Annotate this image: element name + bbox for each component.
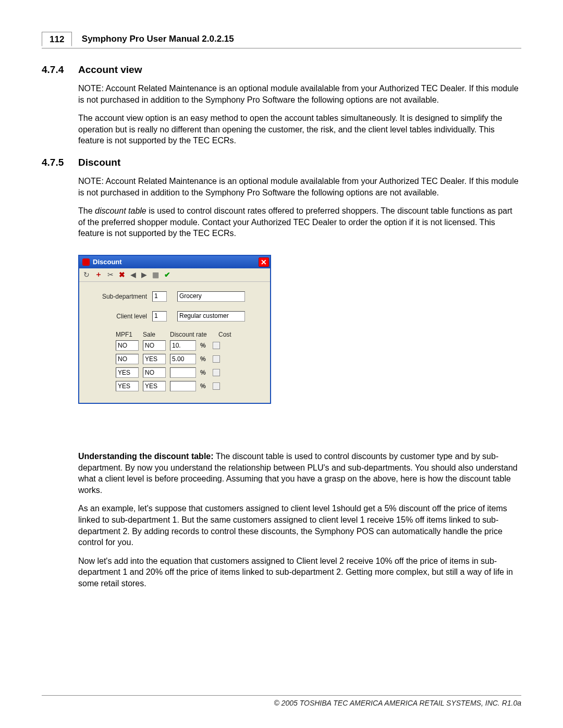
page-header: 112 Symphony Pro User Manual 2.0.2.15 bbox=[42, 31, 521, 48]
percent-icon: % bbox=[200, 355, 209, 363]
manual-title: Symphony Pro User Manual 2.0.2.15 bbox=[82, 34, 234, 44]
prev-icon[interactable]: ◀ bbox=[130, 270, 136, 279]
close-icon[interactable]: ✕ bbox=[259, 257, 269, 267]
cost-checkbox[interactable] bbox=[213, 355, 220, 363]
cut-icon[interactable]: ✂ bbox=[107, 270, 114, 279]
section-number: 4.7.5 bbox=[42, 157, 78, 168]
mpf1-cell[interactable]: NO bbox=[116, 340, 139, 351]
clientlevel-code-input[interactable]: 1 bbox=[152, 311, 167, 322]
page-footer: © 2005 TOSHIBA TEC AMERICA AMERICA RETAI… bbox=[42, 695, 521, 707]
table-row: NO YES 5.00 % bbox=[116, 354, 265, 364]
delete-icon[interactable]: ✖ bbox=[119, 270, 125, 279]
col-sale: Sale bbox=[143, 331, 166, 338]
clientlevel-label: Client level bbox=[84, 313, 152, 320]
rate-cell[interactable] bbox=[170, 367, 196, 378]
section-title: Discount bbox=[78, 157, 120, 168]
mpf1-cell[interactable]: YES bbox=[116, 381, 139, 391]
example-para-1: As an example, let's suppose that custom… bbox=[78, 503, 521, 548]
percent-icon: % bbox=[200, 369, 209, 376]
cost-checkbox[interactable] bbox=[213, 382, 220, 390]
table-row: YES YES % bbox=[116, 381, 265, 391]
example-para-2: Now let's add into the equation that cus… bbox=[78, 556, 521, 589]
col-cost: Cost bbox=[218, 331, 239, 338]
document-page: 112 Symphony Pro User Manual 2.0.2.15 4.… bbox=[0, 0, 563, 728]
dialog-titlebar: Discount ✕ bbox=[79, 256, 270, 268]
subdept-code-input[interactable]: 1 bbox=[152, 291, 167, 302]
section-title: Account view bbox=[78, 64, 142, 76]
refresh-icon[interactable]: ↻ bbox=[83, 270, 90, 279]
section-475-para: The discount table is used to control di… bbox=[78, 205, 521, 239]
clientlevel-name-input[interactable]: Regular customer bbox=[177, 311, 245, 322]
col-mpf1: MPF1 bbox=[116, 331, 139, 338]
discount-dialog: Discount ✕ ↻ ＋ ✂ ✖ ◀ ▶ ▦ ✔ Sub-departmen… bbox=[78, 255, 271, 404]
section-474-note: NOTE: Account Related Maintenance is an … bbox=[78, 83, 521, 105]
section-475-heading: 4.7.5 Discount bbox=[42, 157, 521, 168]
dialog-toolbar: ↻ ＋ ✂ ✖ ◀ ▶ ▦ ✔ bbox=[79, 268, 270, 282]
grid-icon[interactable]: ▦ bbox=[152, 270, 159, 279]
discount-dialog-screenshot: Discount ✕ ↻ ＋ ✂ ✖ ◀ ▶ ▦ ✔ Sub-departmen… bbox=[78, 255, 521, 404]
subdept-row: Sub-department 1 Grocery bbox=[84, 291, 265, 302]
rate-cell[interactable] bbox=[170, 381, 196, 391]
section-number: 4.7.4 bbox=[42, 64, 78, 76]
mpf1-cell[interactable]: YES bbox=[116, 367, 139, 378]
text-run: The bbox=[78, 206, 95, 215]
percent-icon: % bbox=[200, 382, 209, 390]
grid-header: MPF1 Sale Discount rate Cost bbox=[116, 331, 265, 338]
section-474-heading: 4.7.4 Account view bbox=[42, 64, 521, 76]
percent-icon: % bbox=[200, 342, 209, 349]
dialog-body: Sub-department 1 Grocery Client level 1 … bbox=[79, 282, 270, 403]
col-discount-rate: Discount rate bbox=[170, 331, 214, 338]
subdept-label: Sub-department bbox=[84, 293, 152, 300]
plus-icon[interactable]: ＋ bbox=[95, 270, 102, 279]
clientlevel-row: Client level 1 Regular customer bbox=[84, 311, 265, 322]
cost-checkbox[interactable] bbox=[213, 369, 220, 376]
apply-icon[interactable]: ✔ bbox=[164, 270, 170, 279]
dialog-title: Discount bbox=[93, 258, 259, 266]
sale-cell[interactable]: YES bbox=[143, 381, 166, 391]
rate-cell[interactable]: 5.00 bbox=[170, 354, 196, 364]
section-474-para: The account view option is an easy metho… bbox=[78, 113, 521, 146]
table-row: YES NO % bbox=[116, 367, 265, 378]
page-number: 112 bbox=[42, 32, 72, 46]
table-row: NO NO 10. % bbox=[116, 340, 265, 351]
sale-cell[interactable]: NO bbox=[143, 367, 166, 378]
cost-checkbox[interactable] bbox=[213, 342, 220, 349]
next-icon[interactable]: ▶ bbox=[141, 270, 147, 279]
app-icon bbox=[82, 258, 90, 266]
sale-cell[interactable]: YES bbox=[143, 354, 166, 364]
discount-grid: MPF1 Sale Discount rate Cost NO NO 10. %… bbox=[116, 331, 265, 391]
section-475-note: NOTE: Account Related Maintenance is an … bbox=[78, 176, 521, 198]
understanding-para: Understanding the discount table: The di… bbox=[78, 451, 521, 496]
mpf1-cell[interactable]: NO bbox=[116, 354, 139, 364]
rate-cell[interactable]: 10. bbox=[170, 340, 196, 351]
para-lead: Understanding the discount table: bbox=[78, 452, 214, 461]
italic-term: discount table bbox=[95, 206, 146, 215]
sale-cell[interactable]: NO bbox=[143, 340, 166, 351]
subdept-name-input[interactable]: Grocery bbox=[177, 291, 245, 302]
